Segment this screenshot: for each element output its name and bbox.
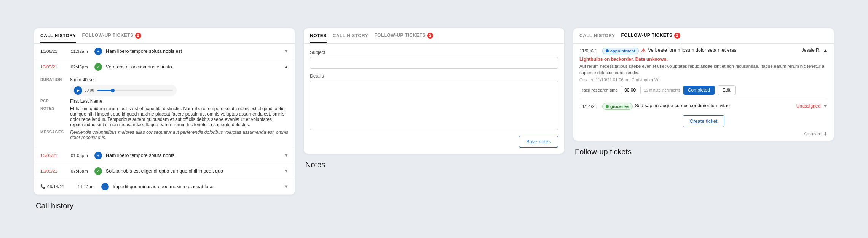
save-btn-wrapper: Save notes [310, 136, 558, 148]
ticket-1-assignee-wrap: Jessie R. ▲ [802, 48, 828, 53]
call-arrow-1[interactable]: ▼ [284, 48, 289, 54]
tab-followup-notes[interactable]: FOLLOW-UP TICKETS2 [374, 28, 433, 43]
panels-container: CALL HISTORY FOLLOW-UP TICKETS2 10/06/21… [34, 28, 834, 210]
call-time-2: 02:45pm [71, 65, 91, 69]
call-row-5: 📞 06/14/21 11:12am + Impedit quo minus i… [34, 179, 295, 195]
audio-time: 00:00 [85, 88, 95, 92]
call-arrow-2[interactable]: ▲ [284, 64, 289, 70]
ticket-2-container: 11/14/21 groceries Sed sapien augue curs… [573, 99, 834, 110]
tab-call-history-notes[interactable]: CALL HISTORY [333, 29, 369, 43]
tab-call-history-fu[interactable]: CALL HISTORY [579, 29, 615, 43]
edit-button[interactable]: Edit [718, 85, 736, 95]
tab-followup-tickets-ch[interactable]: FOLLOW-UP TICKETS2 [82, 28, 141, 43]
call-date-2: 10/05/21 [40, 65, 67, 69]
audio-spacer [40, 85, 67, 85]
detail-messages-row: MESSAGES Reiciendis voluptatibus maiores… [40, 129, 289, 141]
ticket-2-assignee-wrap: Unassigned ▼ [796, 103, 828, 109]
call-history-tabs: CALL HISTORY FOLLOW-UP TICKETS2 [34, 28, 295, 44]
ticket-2-date: 11/14/21 [579, 103, 600, 109]
followup-badge-notes: 2 [427, 33, 433, 39]
duration-value: 8 min 40 sec [70, 77, 289, 83]
ticket-1-track: Track research time 15 minute increments… [579, 85, 828, 95]
tab-followup-fu[interactable]: FOLLOW-UP TICKETS2 [621, 28, 680, 43]
messages-label: MESSAGES [40, 130, 67, 134]
call-row-2: 10/05/21 02:45pm ✓ Vero eos et accusamus… [34, 59, 295, 148]
pcp-label: PCP [40, 98, 67, 103]
ticket-2-tag[interactable]: groceries [602, 103, 633, 110]
call-icon-2: ✓ [94, 63, 102, 71]
ticket-1-header: 11/09/21 appointment ⚠ Verbeate lorem ip… [579, 48, 828, 54]
play-button[interactable]: ▶ [74, 86, 82, 95]
archived-icon[interactable]: ⬇ [823, 131, 828, 137]
followup-panel: CALL HISTORY FOLLOW-UP TICKETS2 11/09/21… [573, 28, 834, 141]
ticket-1-container: 11/09/21 appointment ⚠ Verbeate lorem ip… [573, 44, 834, 100]
ticket-2-tag-label: groceries [610, 104, 629, 109]
call-date-4: 10/05/21 [40, 169, 67, 173]
progress-bar[interactable] [97, 90, 173, 91]
call-detail: DURATION 8 min 40 sec ▶ 00:00 [40, 75, 289, 144]
call-icon-4: ✓ [94, 167, 102, 175]
ticket-1-highlight: Lightbulbs on backorder. Date unknown. [579, 57, 828, 62]
details-textarea[interactable] [310, 81, 558, 130]
completed-button[interactable]: Completed [683, 86, 715, 95]
notes-label: NOTES [40, 106, 67, 111]
ticket-2-title: Sed sapien augue cursus condimentum vita… [635, 103, 730, 108]
followup-badge-fu: 2 [674, 33, 680, 39]
call-time-4: 07:43am [71, 169, 91, 173]
notes-panel: NOTES CALL HISTORY FOLLOW-UP TICKETS2 Su… [304, 28, 564, 154]
detail-notes-row: NOTES Et harum quidem rerum facilis est … [40, 105, 289, 129]
details-label: Details [310, 73, 558, 79]
notes-value: Et harum quidem rerum facilis est et exp… [70, 106, 289, 127]
track-increment: 15 minute increments [644, 88, 680, 92]
notes-label: Notes [304, 157, 564, 169]
call-text-1: Nam libero tempore soluta nobis est [106, 49, 280, 54]
pcp-value: First Last Name [70, 98, 289, 104]
tag-dot-2 [606, 105, 609, 108]
call-text-3: Nam libero tempore soluta nobis [106, 153, 280, 158]
tab-notes[interactable]: NOTES [310, 29, 327, 43]
ticket-2-assignee: Unassigned [796, 103, 820, 109]
archived-label: Archived [804, 131, 822, 136]
call-row-4: 10/05/21 07:43am ✓ Soluta nobis est elig… [34, 163, 295, 179]
notes-tabs: NOTES CALL HISTORY FOLLOW-UP TICKETS2 [304, 28, 564, 44]
call-row-1: 10/06/21 11:32am + Nam libero tempore so… [34, 44, 295, 59]
archived-row: Archived ⬇ [573, 129, 834, 141]
call-arrow-4[interactable]: ▼ [284, 168, 289, 174]
ticket-1-tag-label: appointment [610, 49, 635, 53]
phone-icon-wrap: 📞 06/14/21 [40, 184, 74, 189]
create-ticket-wrapper: Create ticket [573, 115, 834, 127]
ticket-1-title: Verbeate lorem ipsum dolor seta met eras [648, 48, 736, 53]
ticket-1-body: Lightbulbs on backorder. Date unknown. A… [579, 57, 828, 100]
tab-call-history[interactable]: CALL HISTORY [40, 29, 76, 43]
messages-value: Reiciendis voluptatibus maiores alias co… [70, 130, 289, 140]
track-time-input[interactable] [621, 86, 641, 94]
call-arrow-5[interactable]: ▼ [284, 184, 289, 189]
save-notes-button[interactable]: Save notes [519, 136, 558, 148]
ticket-2-arrow[interactable]: ▼ [823, 103, 828, 109]
create-ticket-button[interactable]: Create ticket [683, 115, 725, 127]
call-text-4: Soluta nobis est eligendi optio cumque n… [106, 168, 280, 174]
call-history-label: Call history [34, 198, 295, 210]
duration-label: DURATION [40, 77, 67, 82]
audio-player[interactable]: ▶ 00:00 [70, 85, 177, 96]
subject-input[interactable] [310, 57, 558, 69]
call-icon-3: + [94, 152, 102, 159]
call-text-5: Impedit quo minus id quod maxime placeat… [113, 184, 280, 189]
call-time-5: 11:12am [78, 184, 97, 189]
tag-dot-1 [606, 49, 609, 52]
detail-audio-row: ▶ 00:00 [40, 84, 289, 97]
call-arrow-3[interactable]: ▼ [284, 152, 289, 158]
ticket-1-exclaim: ⚠ [641, 48, 646, 53]
ticket-1-meta: Created 11/10/21 01:06pm, Christopher W. [579, 78, 828, 82]
call-icon-5: + [101, 183, 109, 190]
ticket-1-arrow[interactable]: ▲ [823, 48, 828, 53]
followup-wrapper: CALL HISTORY FOLLOW-UP TICKETS2 11/09/21… [573, 28, 834, 157]
call-date-5: 06/14/21 [47, 184, 74, 189]
followup-label: Follow-up tickets [573, 144, 834, 156]
detail-pcp-row: PCP First Last Name [40, 97, 289, 105]
call-date-1: 10/06/21 [40, 49, 67, 54]
call-text-2: Vero eos et accusamus et iusto [106, 64, 280, 70]
ticket-1-tag[interactable]: appointment [602, 48, 639, 54]
notes-content: Subject Details Save notes [304, 44, 564, 154]
ticket-2-header: 11/14/21 groceries Sed sapien augue curs… [579, 103, 828, 110]
